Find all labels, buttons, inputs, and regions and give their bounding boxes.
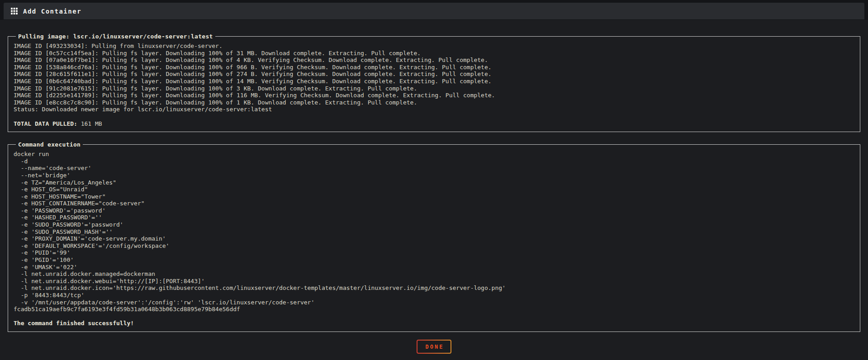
blank-line [14, 313, 854, 320]
total-data-pulled-label: TOTAL DATA PULLED: [14, 120, 77, 127]
content-area: Pulling image: lscr.io/linuxserver/code-… [0, 33, 868, 354]
pull-image-panel: Pulling image: lscr.io/linuxserver/code-… [8, 33, 860, 132]
blank-line [14, 113, 854, 120]
window-titlebar: Add Container [4, 3, 864, 20]
titlebar-strip: Add Container [0, 0, 868, 20]
page-title: Add Container [23, 8, 81, 15]
command-result-message: The command finished successfully! [14, 320, 854, 327]
command-execution-legend: Command execution [16, 141, 83, 148]
command-log: docker run -d --name='code-server' --net… [14, 151, 854, 313]
command-execution-panel: Command execution docker run -d --name='… [8, 141, 860, 332]
total-data-pulled-value: 161 MB [81, 120, 102, 127]
total-data-pulled-row: TOTAL DATA PULLED: 161 MB [14, 120, 854, 128]
pull-image-legend: Pulling image: lscr.io/linuxserver/code-… [16, 33, 215, 40]
add-container-page: Add Container Pulling image: lscr.io/lin… [0, 0, 868, 354]
pull-log: IMAGE ID [493233034]: Pulling from linux… [14, 43, 854, 113]
grid-icon [11, 8, 18, 14]
footer: DONE [8, 340, 860, 354]
done-button[interactable]: DONE [417, 340, 452, 354]
